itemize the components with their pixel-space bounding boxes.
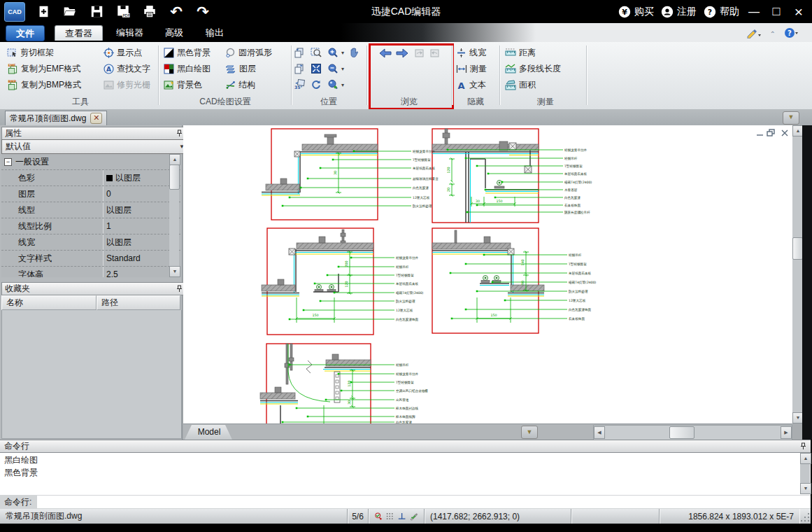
collapse-minus-icon[interactable]: − <box>4 158 12 166</box>
minimize-button[interactable]: — <box>746 6 762 18</box>
zoom-scale-button[interactable]: ▾ <box>327 78 344 92</box>
tab-advanced[interactable]: 高级 <box>155 25 193 40</box>
scroll-down-arrow[interactable]: ▼ <box>169 266 180 277</box>
properties-scrollbar[interactable]: ▲ ▼ <box>169 154 179 277</box>
property-row-layer[interactable]: 图层0 <box>1 186 180 202</box>
property-row-color[interactable]: 色彩以图层 <box>1 170 180 186</box>
open-file-button[interactable] <box>62 4 78 20</box>
canvas-horizontal-scrollbar[interactable]: ◀ ▶ <box>593 425 792 440</box>
copy-emf-button[interactable]: EMF复制为EMF格式 <box>7 62 80 76</box>
layers-button[interactable]: 图层 <box>225 62 256 76</box>
zoom-out-button[interactable]: ▾ <box>327 62 344 76</box>
scroll-up-arrow[interactable]: ▲ <box>169 154 180 165</box>
hide-measure-button[interactable]: 测量 <box>456 62 487 76</box>
property-row-ltscale[interactable]: 线型比例1 <box>1 218 180 234</box>
help-button[interactable]: ?帮助 <box>704 6 739 18</box>
favorites-header[interactable]: 收藏夹 <box>1 282 186 295</box>
ortho-toggle-icon[interactable] <box>398 512 406 521</box>
command-history[interactable]: 黑白绘图 黑色背景 ▲ ▼ <box>0 453 811 496</box>
zoom-extents-button[interactable] <box>311 62 322 76</box>
previous-view-button[interactable] <box>294 46 305 59</box>
smooth-arc-button[interactable]: 圆滑弧形 <box>225 46 272 59</box>
structure-button[interactable]: 结构 <box>225 78 255 92</box>
scrollbar-thumb[interactable] <box>169 164 180 190</box>
measure-polyline-button[interactable]: 多段线长度 <box>505 62 561 76</box>
print-button[interactable] <box>141 4 158 20</box>
new-file-button[interactable] <box>35 4 52 20</box>
document-tab[interactable]: 常规吊顶剖面图.dwg ✕ <box>5 111 107 125</box>
tab-viewer[interactable]: 查看器 <box>55 25 103 41</box>
scroll-up-arrow[interactable]: ▲ <box>800 453 811 464</box>
pin-icon[interactable] <box>800 442 806 450</box>
measure-area-button[interactable]: 面积 <box>505 78 536 92</box>
snap-toggle-icon[interactable] <box>374 511 382 522</box>
tab-editor[interactable]: 编辑器 <box>106 25 153 40</box>
drawing-canvas[interactable]: .rb{fill:none;stroke:#d20000;stroke-widt… <box>183 125 792 424</box>
register-button[interactable]: 注册 <box>661 6 697 18</box>
canvas-vertical-scrollbar[interactable]: ▲ ▼ <box>792 125 802 424</box>
scrollbar-thumb[interactable] <box>669 426 695 439</box>
close-button[interactable]: × <box>791 4 806 20</box>
tab-output[interactable]: 输出 <box>196 25 234 40</box>
layout-list-dropdown-button[interactable]: ▼ <box>521 426 538 439</box>
mdi-window-controls[interactable] <box>757 130 788 136</box>
command-history-scrollbar[interactable]: ▲ ▼ <box>800 453 810 494</box>
show-points-button[interactable]: 显示点 <box>104 46 142 59</box>
scrollbar-thumb[interactable] <box>792 237 803 260</box>
bw-drawing-button[interactable]: 黑白绘图 <box>164 62 211 76</box>
app-logo-icon[interactable]: CAD <box>4 2 25 22</box>
model-tab[interactable]: Model <box>185 425 234 440</box>
favorites-col-name[interactable]: 名称 <box>1 295 97 310</box>
ribbon-help-button[interactable]: ? <box>784 27 799 41</box>
save-button[interactable] <box>88 4 105 20</box>
maximize-button[interactable]: □ <box>769 4 784 19</box>
redo-button[interactable]: ↷ <box>194 4 211 20</box>
undo-button[interactable]: ↶ <box>168 4 185 20</box>
open-folder-icon <box>63 5 77 18</box>
next-view-icon <box>294 63 305 74</box>
property-preset-select[interactable]: 默认值 ▼ <box>1 139 189 154</box>
pin-icon[interactable] <box>176 130 183 137</box>
favorites-col-path[interactable]: 路径 <box>97 295 180 310</box>
copy-bmp-button[interactable]: BMP复制为BMP格式 <box>7 78 81 92</box>
zoom-window-button[interactable] <box>311 46 322 59</box>
property-row-textheight[interactable]: 字体高2.5 <box>1 267 180 277</box>
grid-toggle-icon[interactable] <box>386 512 393 521</box>
find-text-button[interactable]: A查找文字 <box>104 62 150 76</box>
measure-distance-button[interactable]: 距离 <box>505 46 536 59</box>
property-section-row[interactable]: − 一般设置 <box>1 154 180 170</box>
regen-button[interactable] <box>311 78 322 92</box>
pin-icon[interactable] <box>176 285 183 293</box>
buy-button[interactable]: ¥购买 <box>618 6 654 18</box>
background-color-button[interactable]: 背景色 <box>164 78 202 92</box>
collapse-ribbon-button[interactable]: ⌃ <box>770 30 776 38</box>
rotate-35-button[interactable]: 35° <box>294 78 305 92</box>
svg-text:BMP: BMP <box>8 80 16 83</box>
document-tab-close-icon[interactable]: ✕ <box>90 113 102 124</box>
scroll-down-arrow[interactable]: ▼ <box>800 483 811 494</box>
properties-header[interactable]: 属性 <box>1 127 186 140</box>
zoom-window-icon <box>311 47 322 58</box>
tab-file[interactable]: 文件 <box>6 25 45 41</box>
resize-grip[interactable] <box>801 512 811 522</box>
save-as-pdf-button[interactable]: PDF <box>115 4 131 20</box>
hide-text-button[interactable]: A文本 <box>456 78 486 92</box>
customize-toolbar-button[interactable] <box>746 28 762 41</box>
black-background-button[interactable]: 黑色背景 <box>164 46 211 59</box>
trim-raster-button[interactable]: 修剪光栅 <box>104 78 150 92</box>
property-row-lineweight[interactable]: 线宽以图层 <box>1 234 180 251</box>
scroll-left-arrow[interactable]: ◀ <box>594 426 605 439</box>
draft-toggle-icon[interactable] <box>410 512 418 522</box>
hide-lineweight-button[interactable]: 线宽 <box>456 46 486 59</box>
favorites-list-empty[interactable] <box>1 310 182 439</box>
property-row-linetype[interactable]: 线型以图层 <box>1 202 180 218</box>
pan-button[interactable] <box>348 46 359 59</box>
scroll-right-arrow[interactable]: ▶ <box>781 426 792 439</box>
cut-frame-button[interactable]: 剪切框架 <box>7 46 54 59</box>
next-view-button[interactable] <box>294 62 305 76</box>
zoom-in-button[interactable]: ▾ <box>327 46 344 59</box>
tab-list-dropdown-button[interactable]: ▼ <box>783 111 799 125</box>
command-panel-header[interactable]: 命令行 <box>0 440 811 453</box>
property-row-textstyle[interactable]: 文字样式Standard <box>1 251 180 267</box>
command-input[interactable] <box>37 496 811 508</box>
